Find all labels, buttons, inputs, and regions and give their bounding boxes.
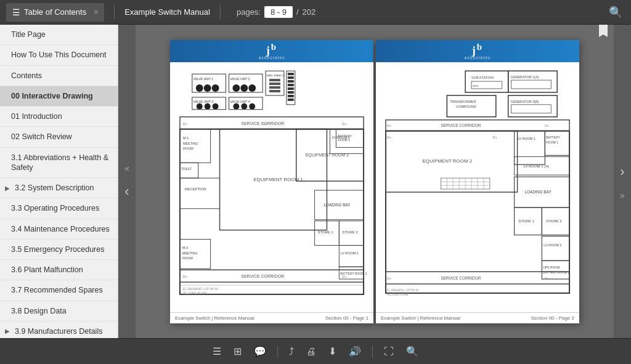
svg-point-9 <box>240 84 248 92</box>
svg-text:D+: D+ <box>183 275 188 278</box>
grid-view-button[interactable]: ⊞ <box>229 343 246 360</box>
expand-icon-manufacturers: ▶ <box>5 327 11 335</box>
svg-rect-23 <box>288 91 294 93</box>
audio-button[interactable]: 🔊 <box>344 343 366 360</box>
search-icon: 🔍 <box>609 6 622 18</box>
svg-text:LV ROOM 2: LV ROOM 2 <box>543 243 561 247</box>
print-button[interactable]: 🖨 <box>301 344 321 360</box>
list-icon: ☰ <box>213 346 221 357</box>
svg-point-10 <box>248 84 256 92</box>
footer-left-left: Example Switch | Reference Manual <box>175 315 254 321</box>
svg-rect-16 <box>269 89 280 92</box>
sidebar-item-label-introduction: 01 Introduction <box>11 111 62 121</box>
sidebar-item-label-abbreviations: 3.1 Abbreviations + Health & Safety <box>11 153 110 173</box>
sidebar-item-operating-proc[interactable]: 3.3 Operating Procedures <box>0 198 118 219</box>
svg-point-8 <box>232 84 240 92</box>
sidebar-item-how-to-use[interactable]: How To Use This Document <box>0 45 118 65</box>
page-left: jb associates VALVE UNIT 1 <box>170 40 373 323</box>
sidebar-item-plant-malfunction[interactable]: 3.6 Plant Malfunction <box>0 260 118 280</box>
header-divider <box>114 5 115 20</box>
toolbar-sep1 <box>277 346 278 358</box>
svg-text:VALVE UNIT 4: VALVE UNIT 4 <box>230 100 250 103</box>
sidebar-item-maintenance-proc[interactable]: 3.4 Maintenance Procedures <box>0 219 118 240</box>
audio-icon: 🔊 <box>349 346 361 357</box>
sidebar-item-interactive-drawing[interactable]: 00 Interactive Drawing <box>0 86 118 107</box>
svg-point-5 <box>212 84 219 92</box>
svg-point-28 <box>197 103 203 109</box>
svg-text:LOADING BAY: LOADING BAY <box>324 202 351 206</box>
svg-text:VALVE UNIT 3: VALVE UNIT 3 <box>193 100 213 103</box>
sidebar-item-recommended-spares[interactable]: 3.7 Recommended Spares <box>0 280 118 301</box>
search-button[interactable]: 🔍 <box>606 3 625 22</box>
page-info: pages: / 202 <box>237 6 316 18</box>
sidebar-item-title-page[interactable]: Title Page <box>0 25 118 45</box>
page-number-input[interactable] <box>264 6 293 18</box>
sidebar-item-label-recommended-spares: 3.7 Recommended Spares <box>11 285 103 295</box>
comment-button[interactable]: 💬 <box>249 343 271 360</box>
share-icon: ⤴ <box>289 346 294 357</box>
content-area: « ‹ jb associates <box>118 25 631 338</box>
page-right: jb associates SUB-STATION xxxx T <box>376 40 579 323</box>
last-page-button[interactable]: » <box>615 188 630 203</box>
fullscreen-button[interactable]: ⛶ <box>379 344 399 360</box>
first-page-button[interactable]: « <box>120 161 134 176</box>
logo-text-right: jb <box>472 44 483 57</box>
svg-text:D+: D+ <box>545 123 549 127</box>
sidebar-item-system-desc[interactable]: ▶3.2 System Description <box>0 178 118 198</box>
sidebar-item-manufacturers[interactable]: ▶3.9 Manufacturers Details <box>0 322 118 338</box>
sidebar-item-abbreviations[interactable]: 3.1 Abbreviations + Health & Safety <box>0 148 118 179</box>
bottom-toolbar: ☰ ⊞ 💬 ⤴ 🖨 ⬇ 🔊 ⛶ 🔍 <box>0 338 631 364</box>
total-pages: 202 <box>303 7 316 17</box>
svg-point-34 <box>241 103 247 109</box>
total-pages-separator: / <box>296 7 299 17</box>
prev-page-button[interactable]: ‹ <box>120 180 134 203</box>
svg-text:ROOM 1: ROOM 1 <box>546 141 558 144</box>
sidebar-item-label-system-desc: 3.2 System Description <box>15 183 94 193</box>
download-button[interactable]: ⬇ <box>324 343 341 360</box>
list-view-button[interactable]: ☰ <box>208 343 226 360</box>
svg-rect-25 <box>288 98 294 100</box>
svg-text:COMPOUND: COMPOUND <box>456 104 476 108</box>
svg-text:D+: D+ <box>183 121 188 125</box>
fullscreen-icon: ⛶ <box>384 346 394 357</box>
svg-text:TOILET: TOILET <box>181 168 192 171</box>
svg-text:xxxx: xxxx <box>473 84 479 87</box>
pages-label: pages: <box>237 7 261 17</box>
toc-button[interactable]: ☰ Table of Contents × <box>6 3 104 22</box>
svg-text:EL DRAWING: LTP PA 4A: EL DRAWING: LTP PA 4A <box>387 288 419 291</box>
svg-text:ALL DIMS IN MM: ALL DIMS IN MM <box>387 293 409 296</box>
svg-text:D+: D+ <box>545 277 549 280</box>
sidebar-item-introduction[interactable]: 01 Introduction <box>0 107 118 127</box>
close-icon[interactable]: × <box>94 8 98 17</box>
sidebar-item-label-manufacturers: 3.9 Manufacturers Details <box>15 326 102 336</box>
svg-text:UPS ROOM: UPS ROOM <box>543 266 560 269</box>
svg-text:SERVICE CORRIDOR: SERVICE CORRIDOR <box>241 274 284 278</box>
page-left-logo: jb associates <box>258 42 285 60</box>
svg-text:D+: D+ <box>387 277 391 280</box>
svg-text:D+: D+ <box>263 121 267 125</box>
sidebar-item-emergency-proc[interactable]: 3.5 Emergency Procedures <box>0 240 118 260</box>
floorplan-right: SUB-STATION xxxx TRANSFORMER COMPOUND GE… <box>380 66 576 309</box>
svg-text:SERVICE CORRIDOR: SERVICE CORRIDOR <box>441 123 481 127</box>
svg-text:ROOM: ROOM <box>183 147 193 150</box>
svg-text:LV ROOM 1: LV ROOM 1 <box>518 137 535 140</box>
svg-text:D+: D+ <box>387 135 391 139</box>
next-page-button[interactable]: › <box>615 161 630 183</box>
svg-rect-21 <box>288 84 294 86</box>
svg-rect-24 <box>288 94 294 97</box>
svg-rect-22 <box>288 87 294 90</box>
sidebar-item-contents[interactable]: Contents <box>0 66 118 86</box>
sidebar-item-design-data[interactable]: 3.8 Design Data <box>0 301 118 322</box>
footer-left-right: Example Switch | Reference Manual <box>381 315 460 321</box>
svg-text:D+: D+ <box>493 135 497 139</box>
svg-text:STORE 2: STORE 2 <box>546 219 562 222</box>
svg-point-33 <box>233 103 239 109</box>
sidebar-item-switch-review[interactable]: 02 Switch Review <box>0 127 118 147</box>
svg-text:VALVE UNIT 1: VALVE UNIT 1 <box>193 78 213 81</box>
svg-text:SERVICE CORRIDOR: SERVICE CORRIDOR <box>441 276 481 280</box>
svg-point-35 <box>249 103 255 109</box>
zoom-button[interactable]: 🔍 <box>401 343 423 360</box>
share-button[interactable]: ⤴ <box>284 344 299 360</box>
svg-rect-20 <box>288 80 294 83</box>
svg-text:M-2: M-2 <box>182 246 188 249</box>
